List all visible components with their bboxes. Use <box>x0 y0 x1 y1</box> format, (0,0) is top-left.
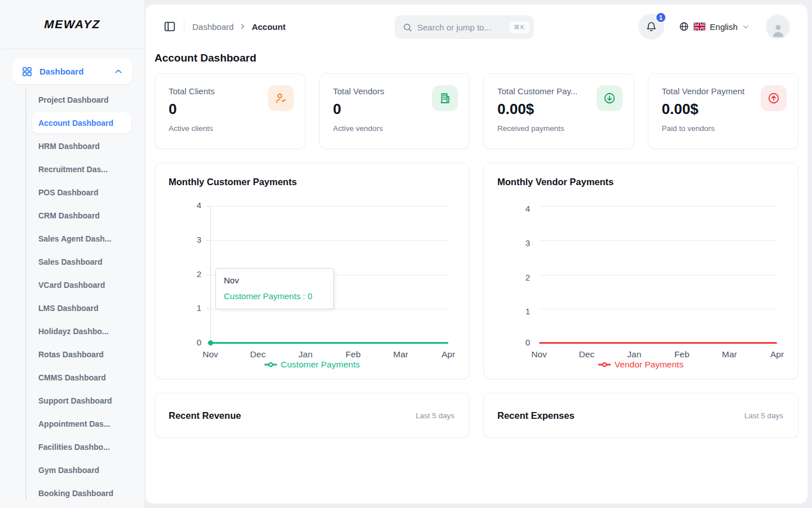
content-area: Account Dashboard Total Clients 0 Active… <box>145 49 807 438</box>
x-tick-label: Feb <box>333 349 373 360</box>
globe-icon <box>679 21 689 32</box>
sidebar-item-rotas-dashboard[interactable]: Rotas Dashboard <box>25 343 132 366</box>
x-tick-label: Apr <box>757 349 797 360</box>
chart-title: Monthly Vendor Payments <box>497 177 614 187</box>
sidebar-item-hrm-dashboard[interactable]: HRM Dashboard <box>25 134 132 157</box>
tooltip-month: Nov <box>224 275 325 285</box>
legend-label: Customer Payments <box>281 360 360 370</box>
bell-icon <box>646 21 657 33</box>
x-tick-label: Feb <box>662 349 701 360</box>
sidebar-item-booking-dashboard[interactable]: Booking Dashboard <box>25 481 132 505</box>
card-title: Recent Revenue <box>169 410 241 421</box>
gridline <box>539 309 777 309</box>
sidebar-item-project-dashboard[interactable]: Project Dashboard <box>25 88 132 111</box>
breadcrumb: Dashboard Account <box>192 22 285 32</box>
recent-row: Recent Revenue Last 5 days Recent Expens… <box>155 393 798 438</box>
charts-row: Monthly Customer Payments 4 3 2 1 <box>155 163 798 379</box>
chevron-down-icon <box>742 23 749 30</box>
sidebar-item-account-dashboard[interactable]: Account Dashboard <box>32 112 131 133</box>
stat-card-total-customer-payment: Total Customer Pay... 0.00$ Received pay… <box>483 73 634 149</box>
breadcrumb-dashboard[interactable]: Dashboard <box>192 22 233 32</box>
language-label: English <box>710 22 738 32</box>
legend-vendor-payments[interactable]: Vendor Payments <box>484 360 798 370</box>
user-check-icon <box>268 85 294 111</box>
chart-customer-payments: Monthly Customer Payments 4 3 2 1 <box>155 163 470 379</box>
sidebar-item-recruitment-dashboard[interactable]: Recruitment Das... <box>25 157 132 181</box>
sidebar-item-crm-dashboard[interactable]: CRM Dashboard <box>25 204 132 227</box>
x-tick-label: Apr <box>429 349 468 360</box>
y-tick-label: 0 <box>176 338 201 347</box>
recent-expenses-card: Recent Expenses Last 5 days <box>483 393 798 438</box>
notifications-button[interactable]: 1 <box>638 14 664 40</box>
gridline <box>210 240 448 241</box>
sidebar-item-gym-dashboard[interactable]: Gym Dashboard <box>25 458 132 481</box>
x-tick-label: Dec <box>567 349 606 360</box>
legend-marker-icon <box>264 362 277 367</box>
search-bar[interactable]: ⌘K <box>395 15 534 39</box>
sidebar-toggle-icon[interactable] <box>164 20 176 33</box>
y-tick-label: 1 <box>176 303 201 313</box>
y-tick-label: 3 <box>176 235 201 244</box>
sidebar-item-label: Dashboard <box>39 67 83 76</box>
sidebar-item-vcard-dashboard[interactable]: VCard Dashboard <box>25 273 132 296</box>
x-tick-label: Mar <box>381 349 421 360</box>
sidebar-item-support-dashboard[interactable]: Support Dashboard <box>25 389 132 412</box>
stat-subtext: Active vendors <box>333 124 456 133</box>
y-axis-line <box>210 206 211 343</box>
sidebar-item-lms-dashboard[interactable]: LMS Dashboard <box>25 296 132 319</box>
sidebar: MEWAYZ Dashboard Project Dashboard Accou… <box>0 0 144 508</box>
legend-label: Vendor Payments <box>615 360 683 370</box>
language-selector[interactable]: English <box>679 21 749 32</box>
chart-vendor-payments: Monthly Vendor Payments 4 3 2 1 0 Nov De… <box>483 163 798 379</box>
x-tick-label: Jan <box>615 349 654 360</box>
stat-card-total-clients: Total Clients 0 Active clients <box>155 73 306 149</box>
chevron-up-icon <box>114 67 123 76</box>
sidebar-item-sales-dashboard[interactable]: Sales Dashboard <box>25 250 132 273</box>
sidebar-divider <box>2 49 142 49</box>
sidebar-item-cmms-dashboard[interactable]: CMMS Dashboard <box>25 366 132 389</box>
y-tick-label: 2 <box>505 273 530 282</box>
legend-customer-payments[interactable]: Customer Payments <box>155 360 469 370</box>
building-icon <box>432 85 458 111</box>
tooltip-value: Customer Payments : 0 <box>224 291 325 301</box>
uk-flag-icon <box>694 23 705 30</box>
search-icon <box>403 23 412 32</box>
x-tick-label: Mar <box>710 349 749 360</box>
card-title: Recent Expenses <box>497 410 575 421</box>
topbar: Dashboard Account ⌘K <box>145 5 807 49</box>
gridline <box>539 240 777 241</box>
sidebar-item-appointment-dashboard[interactable]: Appointment Das... <box>25 412 132 435</box>
stat-card-total-vendor-payment: Total Vendor Payment 0.00$ Paid to vendo… <box>648 73 799 149</box>
card-range-label: Last 5 days <box>744 411 783 420</box>
arrow-down-circle-icon <box>597 85 623 111</box>
search-shortcut-badge: ⌘K <box>509 21 529 33</box>
y-tick-label: 1 <box>505 306 530 316</box>
stat-subtext: Active clients <box>169 124 292 133</box>
y-tick-label: 3 <box>505 238 530 248</box>
sidebar-item-dashboard[interactable]: Dashboard <box>12 59 132 84</box>
stat-card-total-vendors: Total Vendors 0 Active vendors <box>319 73 470 149</box>
gridline <box>539 275 777 275</box>
y-tick-label: 4 <box>176 200 201 210</box>
sidebar-item-sales-agent-dashboard[interactable]: Sales Agent Dash... <box>25 227 132 250</box>
recent-revenue-card: Recent Revenue Last 5 days <box>155 393 470 438</box>
app-logo: MEWAYZ <box>0 0 144 49</box>
page-title: Account Dashboard <box>155 52 798 64</box>
sidebar-item-holidayz-dashboard[interactable]: Holidayz Dashbo... <box>25 319 132 343</box>
x-tick-label: Nov <box>191 349 230 360</box>
x-tick-label: Dec <box>238 349 277 360</box>
gridline <box>539 206 777 207</box>
x-tick-label: Nov <box>519 349 559 360</box>
sidebar-item-pos-dashboard[interactable]: POS Dashboard <box>25 181 132 204</box>
breadcrumb-account: Account <box>251 22 285 32</box>
y-tick-label: 4 <box>505 204 530 213</box>
stat-subtext: Paid to vendors <box>662 124 785 133</box>
avatar[interactable] <box>765 14 791 40</box>
chart-tooltip: Nov Customer Payments : 0 <box>215 268 334 309</box>
search-input[interactable] <box>417 23 509 32</box>
arrow-up-circle-icon <box>761 85 787 111</box>
sidebar-item-facilities-dashboard[interactable]: Facilities Dashbo... <box>25 435 132 458</box>
card-range-label: Last 5 days <box>416 411 454 420</box>
stats-row: Total Clients 0 Active clients Total Ven… <box>155 73 798 149</box>
main-panel: Dashboard Account ⌘K <box>145 5 807 503</box>
